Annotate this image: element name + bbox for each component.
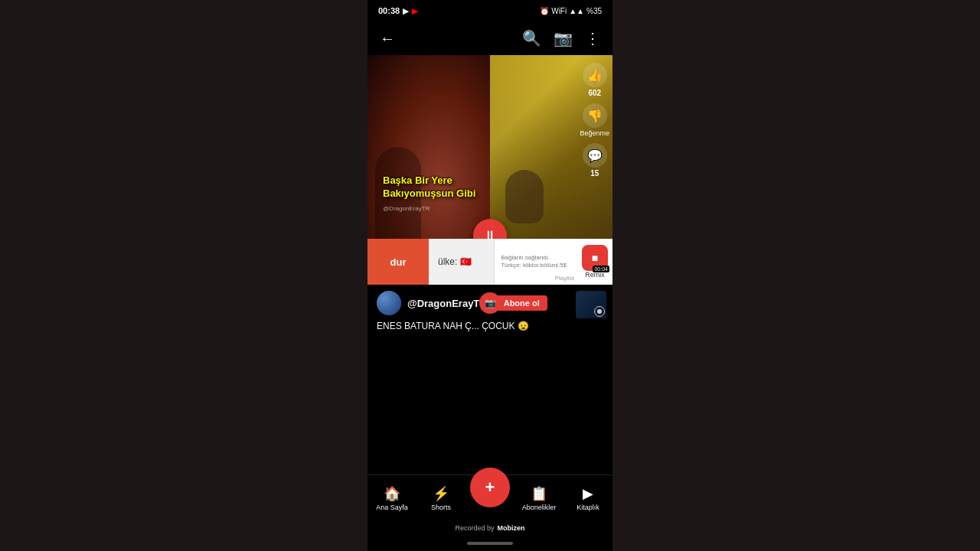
channel-name: @DragonErayTR bbox=[407, 298, 487, 309]
home-icon: 🏠 bbox=[384, 485, 400, 502]
subscriptions-icon: 📋 bbox=[531, 485, 547, 502]
recorded-bar: Recorded by Mobizen bbox=[368, 520, 612, 536]
thumbnail-strip bbox=[576, 291, 606, 321]
home-indicator bbox=[368, 536, 612, 551]
recorded-text: Recorded by bbox=[455, 524, 494, 532]
nav-subscriptions[interactable]: 📋 Abonelikler bbox=[514, 485, 564, 511]
video-overlay-text: Başka Bir Yere Bakıyomuşsun Gibi bbox=[383, 174, 475, 201]
camera-button[interactable]: 📷 bbox=[554, 29, 573, 47]
home-bar bbox=[467, 542, 513, 545]
nav-home[interactable]: 🏠 Ana Sayfa bbox=[368, 485, 416, 511]
comment-button[interactable]: 💬 15 bbox=[583, 143, 607, 178]
remix-button[interactable]: ■ 00:04 bbox=[582, 245, 608, 271]
pause-button[interactable]: ⏸ bbox=[473, 219, 507, 239]
nav-shorts[interactable]: ⚡ Shorts bbox=[416, 485, 466, 511]
video-watermark: @DragonErayTR bbox=[383, 205, 430, 212]
content-area: @DragonErayTR Abone ol ENES BATURA NAH Ç… bbox=[368, 285, 612, 474]
bottom-nav: 🏠 Ana Sayfa ⚡ Shorts + 📋 Abonelikler ▶ K… bbox=[368, 474, 612, 520]
shorts-label: Shorts bbox=[431, 504, 451, 511]
capture-small-button[interactable]: 📷 bbox=[479, 292, 501, 314]
shorts-icon: ⚡ bbox=[433, 485, 449, 502]
video-action-buttons: 👍 602 👎 Beğenme 💬 15 bbox=[580, 63, 609, 178]
nav-library[interactable]: ▶ Kitaplık bbox=[564, 485, 612, 511]
status-bar: 00:38 ▶ ▶ ⏰ WiFi ▲▲ %35 bbox=[368, 0, 612, 21]
status-time: 00:38 bbox=[378, 6, 400, 15]
top-nav: ← 🔍 📷 ⋮ bbox=[368, 21, 612, 55]
library-icon: ▶ bbox=[583, 485, 593, 502]
playlist-text2: Türkçe: kliklor.bölüml.5$ bbox=[501, 262, 571, 269]
subscriptions-label: Abonelikler bbox=[522, 504, 557, 511]
info-bar: dur ülke: 🇹🇷 Bağlantı sağlandı. Türkçe: … bbox=[368, 239, 612, 285]
dur-button[interactable]: dur bbox=[368, 239, 429, 285]
back-button[interactable]: ← bbox=[380, 30, 395, 47]
playlist-label: Playlist bbox=[555, 275, 574, 282]
video-section: Başka Bir Yere Bakıyomuşsun Gibi @Dragon… bbox=[368, 55, 612, 285]
video-title: ENES BATURA NAH Ç... ÇOCUK 😦 bbox=[377, 320, 603, 333]
like-button[interactable]: 👍 602 bbox=[583, 63, 607, 97]
status-media-icon: ▶ bbox=[403, 7, 409, 15]
thumbnail-1[interactable] bbox=[576, 291, 606, 318]
channel-avatar bbox=[377, 291, 401, 315]
status-yt-icon: ▶ bbox=[412, 7, 418, 15]
status-battery: %35 bbox=[586, 7, 602, 15]
ulke-info: ülke: 🇹🇷 bbox=[429, 239, 495, 285]
home-label: Ana Sayfa bbox=[376, 504, 408, 511]
dislike-button[interactable]: 👎 Beğenme bbox=[580, 103, 609, 137]
more-button[interactable]: ⋮ bbox=[585, 29, 600, 47]
status-wifi-icon: WiFi bbox=[551, 7, 567, 15]
video-player[interactable]: Başka Bir Yere Bakıyomuşsun Gibi @Dragon… bbox=[368, 55, 612, 239]
library-label: Kitaplık bbox=[577, 504, 599, 511]
pause-button-container: ⏸ bbox=[473, 219, 507, 239]
create-button[interactable]: + bbox=[470, 468, 510, 507]
playlist-info: Bağlantı sağlandı. Türkçe: kliklor.bölüm… bbox=[495, 239, 577, 285]
status-alarm-icon: ⏰ bbox=[540, 7, 549, 15]
recorded-logo: Mobizen bbox=[498, 524, 525, 532]
playlist-text1: Bağlantı sağlandı. bbox=[501, 254, 571, 262]
search-button[interactable]: 🔍 bbox=[522, 29, 541, 47]
subscribe-button[interactable]: Abone ol bbox=[496, 295, 547, 311]
status-signal-icon: ▲▲ bbox=[569, 7, 584, 15]
